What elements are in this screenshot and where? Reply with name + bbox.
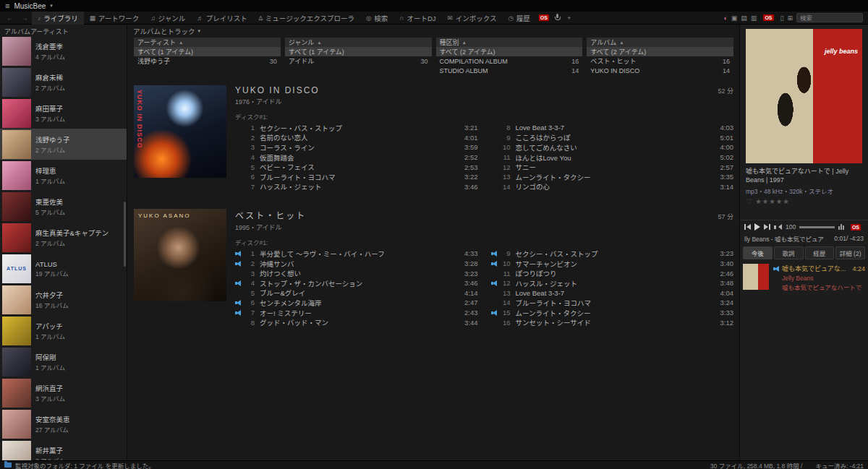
microphone-icon[interactable] — [555, 14, 561, 22]
player-os-badge[interactable]: OS — [851, 224, 861, 231]
artist-item[interactable]: 麻田華子 3 アルバム — [0, 98, 127, 129]
track-row[interactable]: 9 こころはからっぽ 5:01 — [491, 133, 734, 143]
upnp-icon[interactable]: ▤ — [741, 14, 747, 22]
track-row[interactable]: 8 グッド・バッド・マン 3:44 — [235, 317, 478, 327]
filter-row[interactable]: すべて (1 アイテム) — [285, 47, 432, 56]
filter-row[interactable]: アイドル 30 — [285, 56, 432, 66]
filter-row[interactable]: COMPILATION ALBUM 16 — [436, 56, 583, 66]
track-row[interactable]: 3 コーラス・ライン 3:59 — [235, 142, 478, 152]
add-tab-button[interactable]: + — [563, 14, 575, 22]
filter-column-header[interactable]: アーティスト ▲ — [134, 38, 281, 47]
back-button[interactable]: ← — [3, 14, 17, 22]
track-row[interactable]: 7 オー! ミステリー 2:43 — [235, 308, 478, 318]
track-row[interactable]: 12 サニー 2:57 — [491, 162, 734, 172]
artist-item[interactable]: アパッチ 1 アルバム — [0, 315, 127, 346]
filter-row[interactable]: すべて (2 アイテム) — [587, 47, 733, 56]
track-row[interactable]: 4 仮面舞踏会 2:52 — [235, 152, 478, 163]
artist-item[interactable]: 新井薫子 3 アルバム — [0, 439, 127, 460]
track-row[interactable]: 14 リンゴの心 3:14 — [491, 182, 734, 192]
filter-row[interactable]: すべて (2 アイテム) — [436, 47, 583, 56]
filter-row[interactable]: すべて (1 アイテム) — [134, 47, 281, 56]
toolbar-tab[interactable]: ▦ アートワーク — [84, 12, 145, 25]
track-row[interactable]: 2 沖縄サンバ 3:28 — [235, 259, 478, 269]
sidebar-scrollbar[interactable] — [124, 202, 126, 267]
now-playing-art[interactable]: jelly beans — [746, 29, 862, 163]
os-badge-secondary[interactable]: OS — [763, 14, 773, 21]
love-icon[interactable]: ♡ — [746, 197, 753, 205]
artist-item[interactable]: ATLUS ATLUS 19 アルバム — [0, 253, 127, 284]
hamburger-menu-icon[interactable]: ≡ — [5, 1, 9, 10]
theme-icon[interactable]: ◐ — [723, 14, 727, 22]
filter-column-header[interactable]: ジャンル ▲ — [285, 38, 432, 47]
artist-item[interactable]: 東亜佐美 5 アルバム — [0, 191, 127, 222]
filter-row[interactable]: ベスト・ヒット 16 — [587, 56, 733, 66]
track-row[interactable]: 15 ムーンライト・タクシー 3:33 — [491, 308, 734, 318]
toolbar-tab[interactable]: ✉ インボックス — [442, 12, 503, 25]
player-tab[interactable]: 今後 — [743, 246, 773, 259]
track-row[interactable]: 13 ムーンライト・タクシー 3:35 — [491, 172, 734, 182]
filter-row[interactable]: 浅野ゆう子 30 — [134, 56, 281, 66]
equalizer-bars-icon[interactable] — [838, 224, 844, 230]
player-tab[interactable]: 経歴 — [805, 246, 835, 259]
artist-item[interactable]: 網浜直子 3 アルバム — [0, 377, 127, 408]
track-row[interactable]: 8 Love Beat 3-3-7 4:03 — [491, 123, 734, 133]
player-tab[interactable]: 詳細 (2) — [835, 246, 865, 259]
volume-icon[interactable] — [774, 224, 782, 230]
forward-button[interactable]: → — [17, 14, 32, 22]
track-row[interactable]: 6 ブルーライト・ヨコハマ 3:22 — [235, 172, 478, 182]
main-view-header[interactable]: アルバムとトラック ▾ — [128, 25, 739, 35]
track-row[interactable]: 6 センチメンタル海岸 2:47 — [235, 298, 478, 308]
device-icon[interactable]: ▯ — [780, 14, 784, 22]
track-row[interactable]: 4 ストップ・ザ・カンバセーション 3:46 — [235, 278, 478, 288]
album-art[interactable]: YUKO IN DISCO — [134, 85, 226, 178]
track-row[interactable]: 9 セクシー・バス・ストップ 3:23 — [491, 249, 734, 259]
os-badge[interactable]: OS — [539, 14, 549, 21]
play-button[interactable] — [754, 223, 760, 231]
toolbar-tab[interactable]: ∆ ミュージックエクスプローラ — [253, 12, 360, 25]
filter-row[interactable]: STUDIO ALBUM 14 — [436, 66, 583, 75]
track-row[interactable]: 5 ベビー・フェイス 2:53 — [235, 162, 478, 172]
player-tab[interactable]: 歌詞 — [774, 246, 804, 259]
artist-item[interactable]: 穴井夕子 16 アルバム — [0, 284, 127, 315]
next-button[interactable] — [764, 224, 770, 230]
artist-item[interactable]: 阿保剛 1 アルバム — [0, 346, 127, 377]
artist-item[interactable]: 麻倉未稀 2 アルバム — [0, 66, 127, 98]
toolbar-tab[interactable]: ♫ ジャンル — [145, 12, 191, 25]
track-row[interactable]: 2 名前のない恋人 4:01 — [235, 133, 478, 143]
toolbar-tab[interactable]: ♪ ライブラリ — [32, 12, 84, 25]
track-row[interactable]: 12 ハッスル・ジェット 3:48 — [491, 278, 734, 288]
track-row[interactable]: 3 灼けつく想い 3:23 — [235, 268, 478, 278]
toolbar-tab[interactable]: ◎ 検索 — [360, 12, 393, 25]
artist-item[interactable]: 梓理恵 1 アルバム — [0, 160, 127, 191]
artist-item[interactable]: 安室奈美恵 27 アルバム — [0, 408, 127, 439]
track-row[interactable]: 13 Love Beat 3-3-7 4:04 — [491, 288, 734, 298]
track-row[interactable]: 16 サンセット・シーサイド 3:12 — [491, 317, 734, 327]
filter-column-header[interactable]: 種区別 ▲ — [436, 38, 583, 47]
track-row[interactable]: 1 セクシー・バス・ストップ 3:21 — [235, 123, 478, 133]
track-row[interactable]: 11 ぽつりぽつり 2:46 — [491, 268, 734, 278]
toolbar-tab[interactable]: ◷ 履歴 — [502, 12, 535, 25]
track-row[interactable]: 10 サマーチャンピオン 3:40 — [491, 259, 734, 269]
toolbar-tab[interactable]: ∩ オートDJ — [393, 12, 441, 25]
toolbar-tab[interactable]: ♬ プレイリスト — [191, 12, 253, 25]
track-row[interactable]: 7 ハッスル・ジェット 3:46 — [235, 182, 478, 192]
search-input[interactable] — [796, 13, 863, 22]
filter-column-header[interactable]: アルバム ▲ — [587, 38, 733, 47]
equalizer-icon[interactable]: ▥ — [751, 14, 757, 22]
track-row[interactable]: 5 ブルー&グレイ 4:14 — [235, 288, 478, 298]
visualizer-icon[interactable]: ▣ — [731, 14, 738, 22]
track-row[interactable]: 1 半分愛して ～ラヴ・ミー・バイ・ハーフ 4:33 — [235, 249, 478, 259]
artist-item[interactable]: 浅倉亜季 4 アルバム — [0, 35, 127, 66]
panel-layout-icon[interactable]: ⊞ — [787, 14, 793, 22]
previous-button[interactable] — [744, 224, 751, 230]
volume-slider[interactable] — [799, 226, 835, 228]
track-row[interactable]: 11 ほんとはLove You 5:02 — [491, 152, 734, 163]
track-row[interactable]: 10 恋してごめんなさい 4:00 — [491, 142, 734, 152]
app-title[interactable]: MusicBee — [14, 2, 46, 10]
rating-stars[interactable]: ★★★★★ — [755, 197, 790, 205]
track-row[interactable]: 14 ブルーライト・ヨコハマ 3:24 — [491, 298, 734, 308]
album-art[interactable]: YUKO ASANO — [134, 209, 226, 301]
filter-row[interactable]: YUKO IN DISCO 14 — [587, 66, 733, 75]
artist-item[interactable]: 麻生真美子&キャプテン 2 アルバム — [0, 222, 127, 253]
artist-item[interactable]: 浅野ゆう子 2 アルバム — [0, 129, 127, 160]
